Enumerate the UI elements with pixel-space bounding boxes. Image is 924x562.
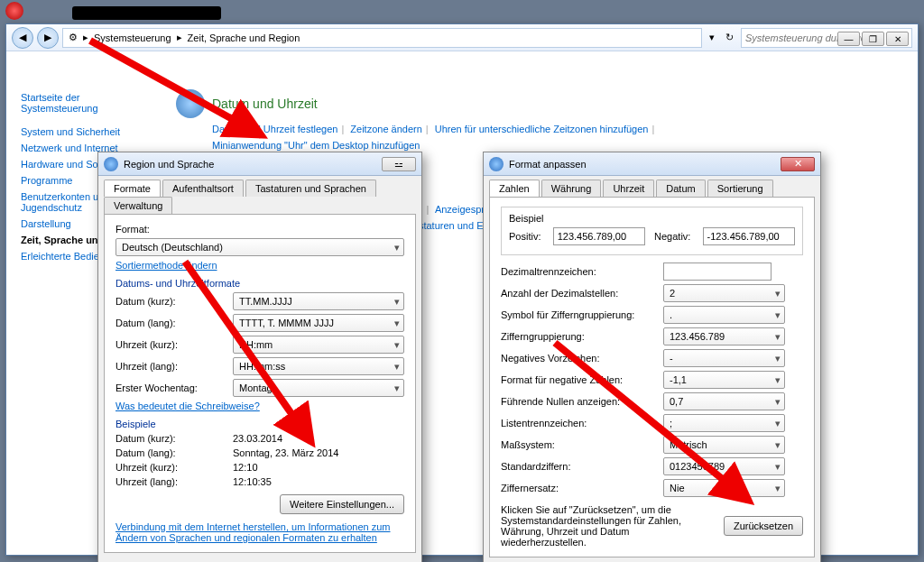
link-change-timezone[interactable]: Zeitzone ändern [350, 124, 422, 134]
sidebar-item[interactable]: System und Sicherheit [21, 124, 151, 140]
format-combo-0[interactable]: TT.MM.JJJJ [233, 292, 404, 310]
tab-tastaturen[interactable]: Tastaturen und Sprachen [245, 180, 376, 197]
nav-forward-button[interactable]: ▶ [37, 27, 59, 49]
censored-titlebar [72, 6, 221, 20]
format-combo-2[interactable]: HH:mm [233, 336, 404, 354]
field-label: Listentrennzeichen: [501, 418, 663, 428]
number-setting-combo-1[interactable]: 2 [663, 284, 785, 302]
example-heading: Beispiel [509, 213, 795, 224]
field-label: Symbol für Zifferngruppierung: [501, 309, 663, 320]
dialog-title: Region und Sprache [124, 159, 376, 170]
link-internet-help[interactable]: Verbindung mit dem Internet herstellen, … [116, 521, 391, 543]
tab-datum[interactable]: Datum [656, 180, 705, 197]
tab-uhrzeit[interactable]: Uhrzeit [603, 180, 654, 197]
example-label: Uhrzeit (kurz): [116, 462, 233, 473]
dialog-title: Format anpassen [509, 159, 775, 170]
example-label: Uhrzeit (lang): [116, 476, 233, 487]
tab-verwaltung[interactable]: Verwaltung [104, 197, 172, 214]
tab-zahlen[interactable]: Zahlen [489, 180, 540, 197]
breadcrumb-l1[interactable]: Systemsteuerung [92, 32, 173, 43]
field-label: Anzahl der Dezimalstellen: [501, 288, 663, 299]
breadcrumb-l2[interactable]: Zeit, Sprache und Region [186, 32, 302, 43]
field-label: Format für negative Zahlen: [501, 374, 663, 385]
clock-icon [176, 89, 205, 118]
category-datetime[interactable]: Datum und Uhrzeit [212, 97, 318, 111]
format-combo-1[interactable]: TTTT, T. MMMM JJJJ [233, 314, 404, 332]
number-setting-combo-3[interactable]: 123.456.789 [663, 327, 785, 345]
number-setting-combo-7[interactable]: ; [663, 414, 785, 432]
field-label: Uhrzeit (kurz): [116, 339, 233, 350]
number-setting-combo-2[interactable]: . [663, 306, 785, 324]
group-date-time-formats: Datums- und Uhrzeitformate [116, 278, 404, 289]
positive-label: Positiv: [509, 231, 553, 242]
sidebar-home[interactable]: Startseite der Systemsteuerung [21, 89, 151, 116]
minimize-button[interactable]: — [837, 32, 860, 46]
number-setting-combo-6[interactable]: 0,7 [663, 392, 785, 410]
link-add-clocks[interactable]: Uhren für unterschiedliche Zeitzonen hin… [435, 124, 649, 134]
field-label: Zifferngruppierung: [501, 331, 663, 342]
link-notation-help[interactable]: Was bedeutet die Schreibweise? [116, 401, 260, 411]
example-value: 12:10:35 [233, 476, 404, 487]
tab-aufenthaltsort[interactable]: Aufenthaltsort [162, 180, 244, 197]
example-value: Sonntag, 23. März 2014 [233, 447, 404, 458]
positive-example: 123.456.789,00 [553, 227, 645, 245]
field-label: Datum (lang): [116, 318, 233, 328]
tab-sortierung[interactable]: Sortierung [707, 180, 773, 197]
link-clock-gadget[interactable]: Minianwendung "Uhr" dem Desktop hinzufüg… [212, 140, 420, 151]
format-combo[interactable]: Deutsch (Deutschland) [116, 238, 404, 256]
reset-hint: Klicken Sie auf "Zurücksetzen", um die S… [501, 504, 715, 548]
globe-icon [104, 157, 118, 171]
format-combo-3[interactable]: HH:mm:ss [233, 357, 404, 375]
example-label: Datum (kurz): [116, 433, 233, 444]
more-settings-button[interactable]: Weitere Einstellungen... [280, 494, 404, 514]
close-button[interactable]: ✕ [886, 32, 909, 46]
field-label: Standardziffern: [501, 461, 663, 472]
group-examples: Beispiele [116, 419, 404, 429]
decimal-separator-input[interactable] [663, 263, 772, 281]
field-label: Ziffernersatz: [501, 483, 663, 493]
field-label: Maßsystem: [501, 439, 663, 450]
number-setting-combo-9[interactable]: 0123456789 [663, 457, 785, 475]
example-value: 23.03.2014 [233, 433, 404, 444]
control-panel-icon: ⚙ [67, 32, 79, 43]
number-setting-combo-8[interactable]: Metrisch [663, 436, 785, 454]
maximize-button[interactable]: ❐ [862, 32, 884, 46]
field-label: Datum (kurz): [116, 296, 233, 307]
tab-formate[interactable]: Formate [104, 180, 161, 197]
number-setting-combo-10[interactable]: Nie [663, 479, 785, 497]
field-label: Negatives Vorzeichen: [501, 353, 663, 364]
tab-waehrung[interactable]: Währung [541, 180, 602, 197]
reset-button[interactable]: Zurücksetzen [724, 516, 803, 536]
close-button[interactable]: ✕ [781, 157, 815, 171]
app-icon [5, 2, 23, 20]
example-label: Datum (lang): [116, 447, 233, 458]
field-label: Dezimaltrennzeichen: [501, 266, 663, 277]
link-set-datetime[interactable]: Datum und Uhrzeit festlegen [212, 124, 337, 134]
field-label: Uhrzeit (lang): [116, 361, 233, 372]
negative-label: Negativ: [654, 231, 703, 242]
link-sort-method[interactable]: Sortiermethode ändern [116, 260, 217, 271]
example-value: 12:10 [233, 462, 404, 473]
nav-back-button[interactable]: ◀ [12, 27, 33, 49]
globe-icon [489, 157, 504, 171]
breadcrumb[interactable]: ⚙ ▸ Systemsteuerung ▸ Zeit, Sprache und … [62, 28, 702, 48]
close-button[interactable]: ⚍ [382, 157, 416, 171]
negative-example: -123.456.789,00 [703, 227, 795, 245]
field-label: Führende Nullen anzeigen: [501, 396, 663, 407]
number-setting-combo-5[interactable]: -1,1 [663, 371, 785, 389]
field-label: Erster Wochentag: [116, 382, 233, 393]
format-label: Format: [116, 224, 404, 235]
number-setting-combo-4[interactable]: - [663, 349, 785, 367]
format-combo-4[interactable]: Montag [233, 379, 404, 397]
